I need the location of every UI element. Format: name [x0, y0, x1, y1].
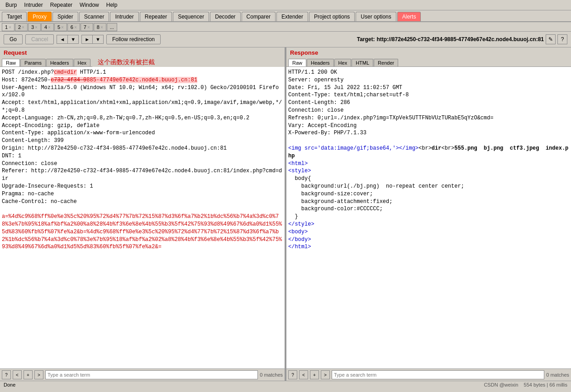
request-search-input[interactable]	[45, 370, 258, 379]
request-annotation: 这个函数没有被拦截	[98, 58, 155, 66]
nav-back-group: ◄ ▼	[57, 35, 79, 44]
response-content-area[interactable]: HTTP/1.1 200 OK Server: openresty Date: …	[286, 67, 571, 368]
proxy-toolbar: Go Cancel ◄ ▼ ► ▼ Follow redirection Tar…	[0, 32, 571, 47]
tab-proxy[interactable]: Proxy	[28, 12, 52, 21]
tab-intruder[interactable]: Intruder	[110, 12, 138, 21]
menu-burp[interactable]: Burp	[2, 1, 20, 9]
nav-back-button[interactable]: ◄	[57, 35, 67, 44]
request-tab-raw[interactable]: Raw	[2, 59, 20, 66]
close-tab-4-icon[interactable]: ×	[48, 25, 51, 30]
content-area: Request Raw Params Headers Hex 这个函数没有被拦截…	[0, 47, 571, 381]
status-left: Done	[4, 382, 15, 387]
proxy-tab-more[interactable]: ...	[107, 23, 117, 31]
nav-forward-button[interactable]: ►	[81, 35, 92, 44]
response-panel-tabs: Raw Headers Hex HTML Render	[286, 58, 571, 67]
tab-sequencer[interactable]: Sequencer	[173, 12, 209, 21]
main-tab-bar: Target Proxy Spider Scanner Intruder Rep…	[0, 10, 571, 22]
proxy-tab-1[interactable]: 1 ×	[2, 23, 14, 31]
request-panel-tabs: Raw Params Headers Hex	[0, 58, 92, 67]
close-tab-7-icon[interactable]: ×	[87, 25, 90, 30]
menu-repeater[interactable]: Repeater	[47, 1, 76, 9]
response-panel: Response Raw Headers Hex HTML Render HTT…	[286, 47, 571, 381]
tab-repeater[interactable]: Repeater	[140, 12, 172, 21]
tab-extender[interactable]: Extender	[276, 12, 308, 21]
status-bar: Done CSDN @weixin 554 bytes | 66 millis	[0, 381, 571, 388]
tab-user-options[interactable]: User options	[356, 12, 396, 21]
request-search-bar: ? < + > 0 matches	[0, 368, 285, 381]
proxy-tab-7[interactable]: 7 ×	[81, 23, 93, 31]
request-search-options-button[interactable]: >	[34, 370, 43, 379]
close-tab-6-icon[interactable]: ×	[74, 25, 77, 30]
request-prev-match-button[interactable]: <	[13, 370, 22, 379]
target-label: Target:	[357, 36, 375, 43]
menu-intruder[interactable]: Intruder	[20, 1, 46, 9]
menu-window[interactable]: Window	[76, 1, 103, 9]
nav-back-dropdown[interactable]: ▼	[67, 35, 79, 44]
request-match-count: 0 matches	[260, 372, 283, 378]
target-info: Target: http://872e4250-c732-4f34-9885-4…	[357, 34, 567, 44]
request-content-area[interactable]: POST /index.php?cmd=dir HTTP/1.1 Host: 8…	[0, 67, 285, 368]
response-search-bar: ? < + > 0 matches	[286, 368, 571, 381]
tab-project-options[interactable]: Project options	[309, 12, 355, 21]
response-search-input[interactable]	[332, 370, 544, 379]
close-tab-3-icon[interactable]: ×	[35, 25, 38, 30]
follow-redirection-button[interactable]: Follow redirection	[106, 34, 161, 44]
proxy-tab-4[interactable]: 4 ×	[41, 23, 54, 31]
close-tab-2-icon[interactable]: ×	[22, 25, 24, 30]
close-tab-8-icon[interactable]: ×	[100, 25, 103, 30]
target-url: http://872e4250-c732-4f34-9885-47749e67e…	[376, 36, 544, 43]
response-tab-hex[interactable]: Hex	[334, 59, 352, 66]
request-tab-hex[interactable]: Hex	[74, 59, 91, 66]
proxy-tab-3[interactable]: 3 ×	[28, 23, 41, 31]
response-search-options-button[interactable]: >	[321, 370, 330, 379]
request-next-match-button[interactable]: +	[24, 370, 33, 379]
proxy-tab-6[interactable]: 6 ×	[67, 23, 80, 31]
cancel-button[interactable]: Cancel	[25, 34, 54, 44]
tab-alerts[interactable]: Alerts	[397, 12, 421, 21]
response-tab-headers[interactable]: Headers	[307, 59, 334, 66]
tab-comparer[interactable]: Comparer	[242, 12, 276, 21]
response-tab-render[interactable]: Render	[374, 59, 398, 66]
proxy-request-tabs: 1 × 2 × 3 × 4 × 5 × 6 × 7 × 8 × ...	[0, 22, 571, 32]
response-help-button[interactable]: ?	[288, 370, 297, 379]
request-panel-header: Request	[0, 47, 285, 58]
proxy-tab-2[interactable]: 2 ×	[15, 23, 28, 31]
nav-forward-group: ► ▼	[81, 35, 104, 44]
tab-spider[interactable]: Spider	[52, 12, 78, 21]
response-tab-html[interactable]: HTML	[352, 59, 373, 66]
response-tab-raw[interactable]: Raw	[288, 59, 306, 66]
tab-scanner[interactable]: Scanner	[79, 12, 109, 21]
request-panel: Request Raw Params Headers Hex 这个函数没有被拦截…	[0, 47, 286, 381]
proxy-tab-8[interactable]: 8 ×	[94, 23, 106, 31]
menu-help[interactable]: Help	[103, 1, 121, 9]
request-tab-params[interactable]: Params	[20, 59, 46, 66]
status-right: CSDN @weixin 554 bytes | 66 millis	[484, 382, 567, 387]
request-help-button[interactable]: ?	[2, 370, 11, 379]
close-tab-1-icon[interactable]: ×	[9, 25, 11, 30]
target-help-button[interactable]: ?	[557, 34, 567, 44]
response-next-match-button[interactable]: +	[310, 370, 319, 379]
request-panel-tabs-row: Raw Params Headers Hex 这个函数没有被拦截	[0, 58, 285, 67]
tab-target[interactable]: Target	[2, 12, 27, 21]
nav-forward-dropdown[interactable]: ▼	[92, 35, 104, 44]
response-match-count: 0 matches	[546, 372, 569, 378]
edit-target-button[interactable]: ✎	[546, 34, 556, 44]
close-tab-5-icon[interactable]: ×	[61, 25, 64, 30]
go-button[interactable]: Go	[4, 34, 23, 44]
response-prev-match-button[interactable]: <	[299, 370, 308, 379]
response-panel-header: Response	[286, 47, 571, 58]
proxy-tab-5[interactable]: 5 ×	[54, 23, 67, 31]
request-tab-headers[interactable]: Headers	[46, 59, 73, 66]
tab-decoder[interactable]: Decoder	[210, 12, 240, 21]
menu-bar: Burp Intruder Repeater Window Help	[0, 0, 571, 10]
